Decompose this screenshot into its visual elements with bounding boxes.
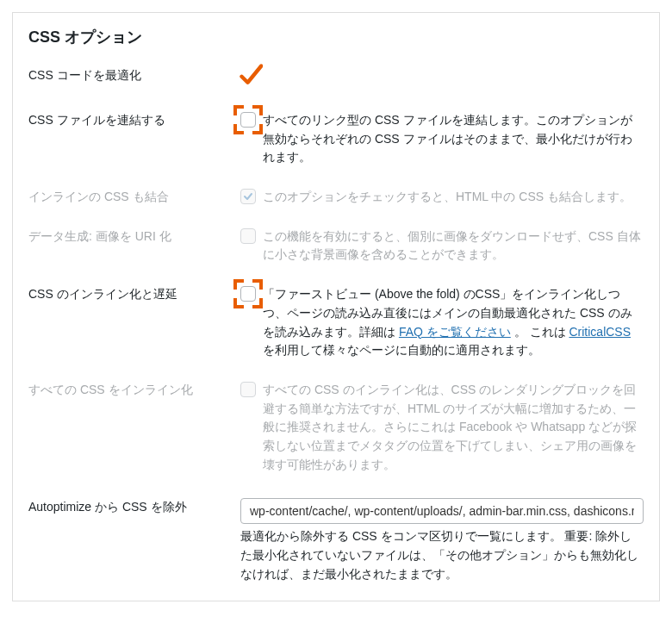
link-faq[interactable]: FAQ をご覧ください <box>399 325 511 339</box>
row-optimize-css: CSS コードを最適化 <box>28 66 644 90</box>
label-optimize-css: CSS コードを最適化 <box>28 66 240 84</box>
label-exclude-css: Autoptimize から CSS を除外 <box>28 498 240 515</box>
desc-inline-defer: 「ファーストビュー (Above the fold) のCSS」をインライン化し… <box>263 285 644 360</box>
exclude-css-input[interactable] <box>240 498 644 524</box>
check-mark-icon <box>240 66 263 90</box>
desc-combine-css: すべてのリンク型の CSS ファイルを連結します。このオプションが無効ならそれぞ… <box>263 111 644 167</box>
section-title: CSS オプション <box>28 27 644 47</box>
label-combine-css: CSS ファイルを連結する <box>28 111 240 128</box>
row-combine-css: CSS ファイルを連結する すべてのリンク型の CSS ファイルを連結します。こ… <box>28 111 644 167</box>
checkbox-inline-all <box>240 382 256 397</box>
row-inline-all: すべての CSS をインライン化 すべての CSS のインライン化は、CSS の… <box>28 381 644 474</box>
row-data-uri: データ生成: 画像を URI 化 この機能を有効にすると、個別に画像をダウンロー… <box>28 227 644 265</box>
checkbox-data-uri <box>240 228 256 244</box>
checkbox-inline-css-also <box>240 189 256 204</box>
link-criticalcss[interactable]: CriticalCSS <box>569 325 631 339</box>
row-inline-defer: CSS のインライン化と遅延 「ファーストビュー (Above the fold… <box>28 285 644 360</box>
checkbox-combine-css[interactable] <box>240 112 256 128</box>
desc-inline-all: すべての CSS のインライン化は、CSS のレンダリングブロックを回避する簡単… <box>263 381 644 474</box>
row-inline-css-also: インラインの CSS も結合 このオプションをチェックすると、HTML 中の C… <box>28 188 644 207</box>
checkbox-inline-defer[interactable] <box>240 286 256 302</box>
label-data-uri: データ生成: 画像を URI 化 <box>28 227 240 245</box>
desc-data-uri: この機能を有効にすると、個別に画像をダウンロードせず、CSS 自体に小さな背景画… <box>263 227 644 265</box>
label-inline-defer: CSS のインライン化と遅延 <box>28 285 240 302</box>
label-inline-all: すべての CSS をインライン化 <box>28 381 240 398</box>
desc-inline-css-also: このオプションをチェックすると、HTML 中の CSS も結合します。 <box>263 188 632 207</box>
css-options-panel: CSS オプション CSS コードを最適化 CSS ファイルを連結する <box>12 12 660 601</box>
label-inline-css-also: インラインの CSS も結合 <box>28 188 240 205</box>
row-exclude-css: Autoptimize から CSS を除外 最適化から除外する CSS をコン… <box>28 498 644 583</box>
help-exclude-css: 最適化から除外する CSS をコンマ区切りで一覧にします。 重要: 除外した最小… <box>240 527 644 583</box>
